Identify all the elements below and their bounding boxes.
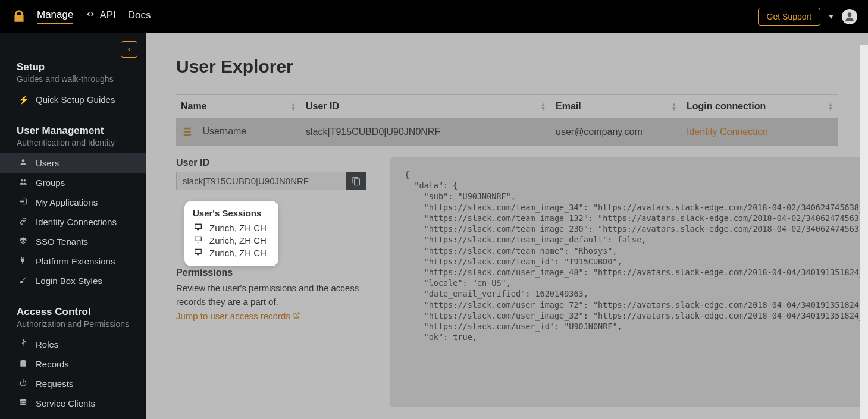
power-icon	[18, 379, 29, 389]
svg-rect-4	[195, 249, 202, 253]
caret-down-icon[interactable]: ▼	[828, 12, 835, 21]
detail-left: User ID slack|T915CUBD0|U90JN0NRF Permis…	[176, 157, 366, 407]
layers-icon	[18, 237, 29, 247]
cell-email: user@company.com	[551, 118, 682, 146]
session-row[interactable]: Zurich, ZH CH	[193, 247, 270, 259]
get-support-button[interactable]: Get Support	[758, 8, 821, 26]
svg-rect-1	[195, 224, 202, 228]
col-label: Login connection	[687, 101, 766, 111]
login-conn-link[interactable]: Identity Connection	[687, 127, 768, 137]
nav-docs[interactable]: Docs	[128, 10, 151, 24]
sort-icon: ▲▼	[540, 102, 546, 111]
sidebar-item-label: Roles	[36, 339, 58, 349]
monitor-icon	[193, 235, 203, 245]
userid-input-row: slack|T915CUBD0|U90JN0NRF	[176, 172, 366, 190]
sidebar-item-label: Identity Connections	[36, 217, 117, 227]
sidebar-item-roles[interactable]: Roles	[0, 335, 146, 354]
svg-rect-2	[195, 237, 202, 241]
sidebar-item-label: Service Clients	[36, 398, 95, 408]
section-access-title: Access Control	[0, 301, 146, 319]
sidebar-item-sso-tenants[interactable]: SSO Tenants	[0, 232, 146, 251]
sidebar-item-myapps[interactable]: My Applications	[0, 193, 146, 212]
signout-icon	[18, 197, 29, 207]
session-label: Zurich, ZH CH	[209, 235, 267, 245]
permissions-link[interactable]: Jump to user access records	[176, 311, 300, 321]
col-loginconn[interactable]: Login connection▲▼	[682, 95, 838, 118]
sidebar-item-users[interactable]: Users	[0, 153, 146, 173]
col-label: Email	[556, 101, 581, 111]
provider-icon	[181, 125, 194, 138]
bolt-icon: ⚡	[18, 95, 29, 105]
col-label: User ID	[306, 101, 339, 111]
session-label: Zurich, ZH CH	[209, 223, 267, 233]
user-icon	[18, 158, 29, 168]
topbar: Manage API Docs Get Support ▼	[0, 0, 868, 33]
copy-button[interactable]	[346, 172, 366, 190]
users-table: Name▲▼ User ID▲▼ Email▲▼ Login connectio…	[176, 94, 838, 146]
sidebar: Setup Guides and walk-throughs ⚡ Quick S…	[0, 33, 146, 419]
sidebar-item-records[interactable]: Records	[0, 354, 146, 374]
permissions-block: Permissions Review the user's permission…	[176, 267, 366, 322]
cell-userid: slack|T915CUBD0|U90JN0NRF	[301, 118, 551, 146]
sidebar-item-quick-setup[interactable]: ⚡ Quick Setup Guides	[0, 90, 146, 109]
col-name[interactable]: Name▲▼	[176, 95, 301, 118]
userid-input[interactable]: slack|T915CUBD0|U90JN0NRF	[176, 172, 346, 190]
col-userid[interactable]: User ID▲▼	[301, 95, 551, 118]
topbar-right: Get Support ▼	[758, 8, 857, 26]
section-setup-sub: Guides and walk-throughs	[0, 74, 146, 90]
session-row[interactable]: Zurich, ZH CH	[193, 234, 270, 247]
plug-icon	[18, 256, 29, 266]
link-icon	[18, 217, 29, 227]
run-icon	[18, 339, 29, 349]
sessions-title: User's Sessions	[193, 208, 270, 218]
page-title: User Explorer	[176, 56, 838, 77]
monitor-icon	[193, 248, 203, 258]
permissions-title: Permissions	[176, 267, 366, 278]
sidebar-item-groups[interactable]: Groups	[0, 173, 146, 193]
sidebar-item-login-box[interactable]: Login Box Styles	[0, 271, 146, 291]
section-setup-title: Setup	[0, 56, 146, 74]
session-label: Zurich, ZH CH	[209, 248, 267, 258]
perm-link-label: Jump to user access records	[176, 311, 290, 321]
sidebar-item-label: Users	[36, 158, 59, 168]
cell-text: Username	[202, 126, 246, 136]
sidebar-item-label: Requests	[36, 379, 73, 389]
table-row[interactable]: Username slack|T915CUBD0|U90JN0NRF user@…	[176, 118, 838, 146]
collapse-sidebar-button[interactable]	[121, 41, 137, 58]
nav-manage[interactable]: Manage	[37, 9, 73, 24]
sidebar-item-requests[interactable]: Requests	[0, 374, 146, 393]
user-avatar-icon[interactable]	[842, 9, 857, 24]
col-email[interactable]: Email▲▼	[551, 95, 682, 118]
detail-right: { "data": { "sub": "U90JN0NRF", "https:/…	[390, 157, 868, 407]
section-access-sub: Authorization and Permissions	[0, 319, 146, 335]
sidebar-item-label: Login Box Styles	[36, 276, 102, 286]
sidebar-item-platform-extensions[interactable]: Platform Extensions	[0, 251, 146, 271]
permissions-text: Review the user's permissions and the ac…	[176, 282, 366, 308]
sort-icon: ▲▼	[671, 102, 677, 111]
code-icon	[85, 10, 96, 21]
database-icon	[18, 398, 29, 408]
userid-label: User ID	[176, 157, 366, 168]
monitor-icon	[193, 223, 203, 233]
nav-api-label: API	[99, 10, 115, 21]
sidebar-item-service-clients[interactable]: Service Clients	[0, 393, 146, 413]
users-icon	[18, 178, 29, 188]
scrollbar-track[interactable]	[860, 33, 868, 419]
sort-icon: ▲▼	[828, 102, 833, 111]
topnav: Manage API Docs	[37, 9, 151, 24]
svg-rect-3	[197, 242, 199, 242]
scrollbar-thumb[interactable]	[860, 33, 868, 45]
brush-icon	[18, 276, 29, 286]
json-viewer[interactable]: { "data": { "sub": "U90JN0NRF", "https:/…	[390, 157, 868, 407]
cell-loginconn: Identity Connection	[682, 118, 838, 146]
external-link-icon	[293, 311, 300, 321]
sort-icon: ▲▼	[290, 102, 296, 111]
sidebar-item-identity-connections[interactable]: Identity Connections	[0, 212, 146, 232]
sidebar-item-label: My Applications	[36, 197, 98, 207]
nav-api[interactable]: API	[85, 10, 115, 24]
svg-point-0	[848, 12, 852, 17]
sessions-card: User's Sessions Zurich, ZH CH Zurich, ZH…	[184, 201, 278, 266]
app-logo-icon[interactable]	[11, 8, 27, 25]
svg-rect-5	[197, 254, 199, 255]
session-row[interactable]: Zurich, ZH CH	[193, 222, 270, 234]
